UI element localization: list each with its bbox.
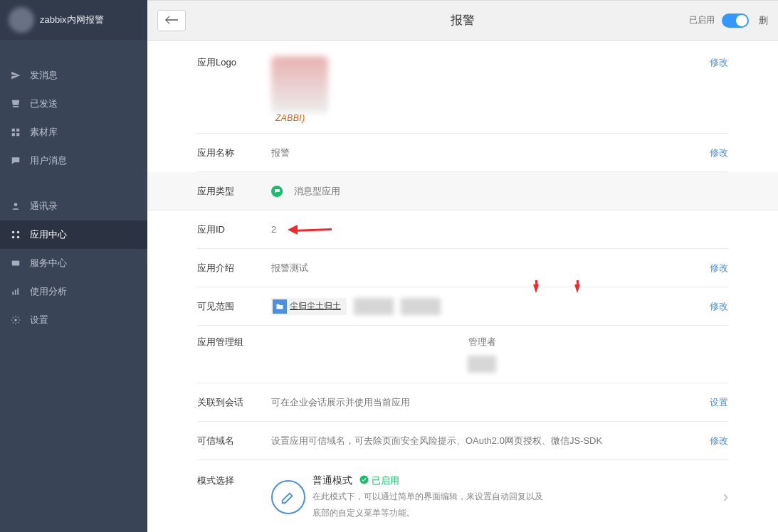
sidebar-item-label: 用户消息 <box>30 154 67 167</box>
sidebar-item-label: 服务中心 <box>30 257 67 270</box>
row-value: 管理者 <box>271 336 693 373</box>
row-value: 消息型应用 <box>271 185 693 198</box>
svg-point-13 <box>14 319 17 321</box>
row-app-id: 应用ID 2 <box>197 211 728 249</box>
row-label: 应用ID <box>197 223 271 236</box>
row-label: 应用Logo <box>197 56 271 69</box>
svg-rect-1 <box>12 133 15 136</box>
message-icon <box>10 155 21 166</box>
sidebar-item-settings[interactable]: 设置 <box>0 306 147 334</box>
gear-icon <box>10 314 21 326</box>
admin-chip-user[interactable] <box>468 356 496 373</box>
sidebar-title: zabbix内网报警 <box>40 14 104 26</box>
sidebar-item-analytics[interactable]: 使用分析 <box>0 277 147 306</box>
edit-mode-icon <box>271 480 305 514</box>
row-domain: 可信域名 设置应用可信域名，可去除页面安全风险提示、OAuth2.0网页授权、微… <box>197 422 728 460</box>
sidebar-item-label: 使用分析 <box>30 285 67 298</box>
topbar-right: 已启用 删 <box>689 14 768 28</box>
chevron-right-icon: › <box>723 488 728 506</box>
sidebar-item-label: 已发送 <box>30 97 58 110</box>
page-title: 报警 <box>451 12 475 28</box>
row-admin-group: 应用管理组 管理者 <box>197 326 728 383</box>
scope-chip-text: 尘归尘土归土 <box>290 300 341 312</box>
svg-rect-3 <box>16 133 19 136</box>
sidebar-item-label: 设置 <box>30 314 48 326</box>
sidebar-item-send[interactable]: 发消息 <box>0 61 147 90</box>
row-app-logo: 应用Logo ZABBI) 修改 <box>197 41 728 134</box>
sidebar-item-service-center[interactable]: 服务中心 <box>0 249 147 277</box>
svg-rect-2 <box>16 129 19 132</box>
sidebar-item-contacts[interactable]: 通讯录 <box>0 192 147 220</box>
row-value: 设置应用可信域名，可去除页面安全风险提示、OAuth2.0网页授权、微信JS-S… <box>271 435 693 447</box>
svg-rect-10 <box>12 292 14 295</box>
modify-logo-link[interactable]: 修改 <box>710 57 728 68</box>
row-value: 2 <box>271 224 693 235</box>
outbox-icon <box>10 98 21 110</box>
sidebar-item-app-center[interactable]: 应用中心 <box>0 220 147 249</box>
row-label: 可见范围 <box>197 300 271 313</box>
annotation-arrow-down-icon <box>574 284 580 293</box>
content: 应用Logo ZABBI) 修改 应用名称 报警 修改 应用类型 消息型应用 <box>147 41 778 532</box>
scope-chip-user-1[interactable] <box>354 298 394 315</box>
row-mode: 模式选择 普通模式 已启用 在此模式下，可以通过 <box>197 460 728 530</box>
service-icon <box>10 257 21 269</box>
sidebar-menu: 发消息 已发送 素材库 用户消息 通讯录 <box>0 40 147 334</box>
main: 报警 已启用 删 应用Logo ZABBI) 修改 应用名称 报警 修改 应用类… <box>147 0 778 532</box>
app-logo-image <box>271 56 328 113</box>
row-label: 应用类型 <box>197 185 271 198</box>
sidebar-item-sent[interactable]: 已发送 <box>0 90 147 118</box>
modify-intro-link[interactable]: 修改 <box>710 262 728 273</box>
svg-rect-9 <box>12 261 20 266</box>
modify-name-link[interactable]: 修改 <box>710 147 728 158</box>
topbar: 报警 已启用 删 <box>147 1 778 41</box>
app-type-text: 消息型应用 <box>294 185 340 198</box>
scope-chip-user-2[interactable] <box>401 298 441 315</box>
mode-desc-line-1: 在此模式下，可以通过简单的界面编辑，来设置自动回复以及 <box>312 490 543 504</box>
row-label: 应用名称 <box>197 147 271 159</box>
apps-icon <box>10 229 21 240</box>
row-value: 可在企业会话展示并使用当前应用 <box>271 396 693 409</box>
modify-scope-link[interactable]: 修改 <box>710 301 728 312</box>
assets-icon <box>10 127 21 138</box>
enabled-label: 已启用 <box>689 14 715 26</box>
row-scope: 可见范围 尘归尘土归土 修改 <box>197 287 728 326</box>
row-app-name: 应用名称 报警 修改 <box>197 134 728 172</box>
modify-domain-link[interactable]: 修改 <box>710 435 728 446</box>
row-app-type: 应用类型 消息型应用 <box>147 172 778 211</box>
sidebar-item-user-messages[interactable]: 用户消息 <box>0 147 147 175</box>
session-settings-link[interactable]: 设置 <box>710 397 728 408</box>
row-label: 应用管理组 <box>197 336 271 349</box>
sidebar-item-label: 应用中心 <box>30 228 67 241</box>
svg-rect-11 <box>15 290 16 295</box>
admin-group-name: 管理者 <box>468 336 496 349</box>
svg-point-6 <box>17 231 20 234</box>
check-circle-icon <box>359 475 369 486</box>
sidebar-item-label: 通讯录 <box>30 200 58 213</box>
app-id-value: 2 <box>271 224 276 235</box>
enabled-toggle[interactable] <box>722 14 749 28</box>
row-value: 报警 <box>271 147 693 159</box>
delete-button-partial[interactable]: 删 <box>756 14 768 27</box>
row-app-intro: 应用介绍 报警测试 修改 <box>197 249 728 287</box>
back-button[interactable] <box>157 10 186 31</box>
svg-point-5 <box>12 231 15 234</box>
sidebar-item-label: 发消息 <box>30 69 58 82</box>
mode-desc-line-2: 底部的自定义菜单等功能。 <box>312 506 543 520</box>
contacts-icon <box>10 201 21 212</box>
row-value[interactable]: 普通模式 已启用 在此模式下，可以通过简单的界面编辑，来设置自动回复以及 底部的… <box>271 474 728 520</box>
annotation-arrow-icon <box>289 225 339 234</box>
svg-point-4 <box>14 203 18 206</box>
row-session: 关联到会话 可在企业会话展示并使用当前应用 设置 <box>197 383 728 422</box>
chart-icon <box>10 286 21 297</box>
row-label: 模式选择 <box>197 474 271 487</box>
sidebar-item-assets[interactable]: 素材库 <box>0 118 147 147</box>
folder-icon <box>273 299 287 314</box>
row-label: 可信域名 <box>197 435 271 447</box>
row-label: 应用介绍 <box>197 262 271 275</box>
app-logo-caption: ZABBI) <box>275 113 305 123</box>
sidebar-header: zabbix内网报警 <box>0 0 147 40</box>
svg-rect-12 <box>17 288 19 294</box>
send-icon <box>10 70 21 81</box>
scope-chip-department[interactable]: 尘归尘土归土 <box>271 298 347 315</box>
sidebar-avatar <box>9 7 34 33</box>
